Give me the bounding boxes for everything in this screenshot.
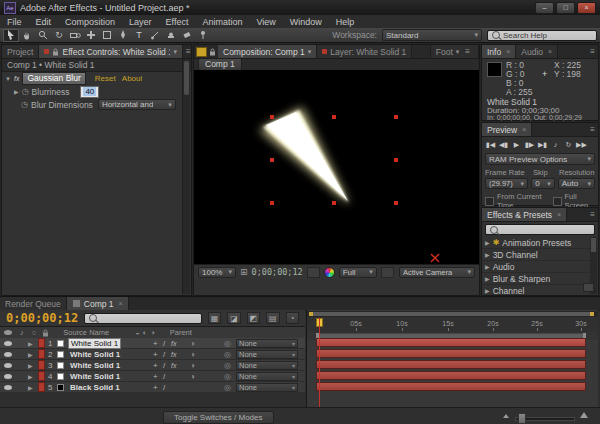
blend-switch-icon[interactable]: ◑ [190, 360, 195, 370]
menu-file[interactable]: File [0, 17, 29, 27]
effect-header-row[interactable]: ▼ fx Gaussian Blur Reset About... [2, 72, 191, 85]
tab-layer[interactable]: Layer: White Solid 1 [317, 45, 412, 58]
current-time-indicator-line[interactable] [319, 318, 320, 407]
layer-row-3[interactable]: ▶ 3 White Solid 1 + / fx ◑ ◎ None▾ [0, 360, 305, 371]
loop-button[interactable]: ↻ [563, 139, 574, 150]
close-button[interactable]: × [577, 2, 596, 14]
region-of-interest-icon[interactable] [381, 267, 394, 278]
twirl-closed-icon[interactable]: ▶ [485, 275, 490, 282]
layer-name[interactable]: White Solid 1 [70, 361, 120, 370]
mini-flowchart-icon[interactable]: ▦ [208, 312, 221, 324]
parent-dropdown[interactable]: None▾ [236, 350, 298, 359]
zoom-out-icon[interactable] [503, 414, 509, 418]
twirl-closed-icon[interactable]: ▶ [28, 349, 33, 359]
safe-margins-icon[interactable]: ⊞ [240, 267, 248, 277]
layer-bar-2[interactable] [316, 349, 586, 358]
draft-3d-icon[interactable]: ◪ [227, 312, 240, 324]
layer-bar-1[interactable] [316, 338, 586, 347]
resolution-dropdown[interactable]: Full▾ [339, 267, 377, 278]
ram-preview-options-dropdown[interactable]: RAM Preview Options▾ [485, 153, 595, 165]
hand-tool-icon[interactable] [19, 29, 35, 42]
scrollbar-thumb[interactable] [591, 238, 596, 252]
viewer-timecode[interactable]: 0;00;00;12 [252, 267, 303, 277]
scrollbar-thumb[interactable] [184, 61, 189, 95]
hide-shy-icon[interactable]: ◩ [247, 312, 260, 324]
navigator-bar[interactable] [309, 312, 594, 316]
next-frame-button[interactable]: ▮▶ [524, 139, 535, 150]
zoom-tool-icon[interactable] [35, 29, 51, 42]
eye-icon[interactable] [4, 374, 12, 379]
timeline-search-field[interactable] [84, 313, 201, 324]
anchor-point-marker[interactable] [431, 254, 439, 262]
twirl-closed-icon[interactable]: ▶ [28, 338, 33, 348]
parent-header[interactable]: Parent [170, 328, 192, 337]
camera-tool-icon[interactable] [67, 29, 83, 42]
folder-icon[interactable] [196, 47, 207, 57]
pickwhip-icon[interactable]: ◎ [224, 360, 231, 370]
layer-row-2[interactable]: ▶ 2 White Solid 1 + / fx ◑ ◎ None▾ [0, 349, 305, 360]
fx-switch-icon[interactable]: fx [171, 349, 176, 359]
mode-plus-icon[interactable]: + [153, 371, 158, 381]
from-current-time-checkbox[interactable] [485, 197, 494, 206]
twirl-closed-icon[interactable]: ▶ [485, 263, 490, 270]
twirl-closed-icon[interactable]: ▶ [485, 287, 490, 294]
blend-switch-icon[interactable]: ◑ [190, 349, 195, 359]
pen-tool-icon[interactable] [115, 29, 131, 42]
audio-button[interactable]: ♪ [550, 139, 561, 150]
panel-menu-icon[interactable]: ≡ [587, 47, 598, 56]
video-column-icon[interactable] [4, 330, 12, 335]
label-color-chip[interactable] [38, 338, 45, 348]
brush-tool-icon[interactable] [147, 29, 163, 42]
tab-footage[interactable]: Foot ▾ ≡ [430, 45, 479, 58]
rotate-tool-icon[interactable]: ↻ [51, 29, 67, 42]
blend-switch-icon[interactable]: ◑ [190, 371, 195, 381]
current-timecode[interactable]: 0;00;00;12 [6, 311, 78, 325]
skip-dropdown[interactable]: 0▾ [531, 178, 555, 189]
minimize-button[interactable]: – [535, 2, 554, 14]
mode-plus-icon[interactable]: + [153, 360, 158, 370]
tab-effects-presets[interactable]: Effects & Presets× [482, 208, 567, 221]
layer-bar-5[interactable] [316, 382, 586, 391]
pickwhip-icon[interactable]: ◎ [224, 371, 231, 381]
selection-tool-icon[interactable] [3, 29, 19, 42]
zoom-in-icon[interactable] [580, 412, 588, 418]
view-layout-dropdown[interactable]: Active Camera▾ [399, 267, 475, 278]
layer-name[interactable]: White Solid 1 [70, 350, 120, 359]
previous-frame-button[interactable]: ◀▮ [498, 139, 509, 150]
blurriness-value-field[interactable]: 40 [80, 86, 99, 98]
panel-menu-icon[interactable]: ≡ [587, 210, 598, 219]
eye-icon[interactable] [4, 352, 12, 357]
fx-switch-icon[interactable]: fx [171, 338, 176, 348]
eraser-tool-icon[interactable] [179, 29, 195, 42]
resolution-preview-dropdown[interactable]: Auto▾ [558, 178, 595, 189]
close-icon[interactable]: × [548, 48, 552, 55]
parent-dropdown[interactable]: None▾ [236, 383, 298, 392]
tab-project[interactable]: Project [2, 45, 39, 58]
stopwatch-icon[interactable]: ◷ [22, 87, 29, 96]
menu-view[interactable]: View [249, 17, 282, 27]
pan-behind-tool-icon[interactable] [83, 29, 99, 42]
lock-column-icon[interactable] [42, 329, 49, 337]
tab-info[interactable]: Info× [482, 45, 516, 58]
quality-icon[interactable]: / [163, 371, 165, 381]
mode-plus-icon[interactable]: + [153, 349, 158, 359]
category-audio[interactable]: ▶Audio [482, 261, 598, 273]
category-3d-channel[interactable]: ▶3D Channel [482, 249, 598, 261]
switches-header-icons[interactable]: ◒◐◑ [135, 328, 158, 337]
audio-column-icon[interactable]: ♪ [20, 328, 24, 337]
layer-row-5[interactable]: ▶ 5 Black Solid 1 + / ◎ None▾ [0, 382, 305, 393]
eye-icon[interactable] [4, 385, 12, 390]
fx-switch-icon[interactable]: fx [171, 360, 176, 370]
eye-icon[interactable] [4, 363, 12, 368]
twirl-open-icon[interactable]: ▼ [5, 76, 11, 82]
mask-shape-tool-icon[interactable] [99, 29, 115, 42]
layer-name[interactable]: Black Solid 1 [70, 383, 120, 392]
comp-canvas[interactable] [194, 70, 479, 264]
effect-name[interactable]: Gaussian Blur [22, 72, 85, 85]
puppet-pin-tool-icon[interactable] [195, 29, 211, 42]
tab-render-queue[interactable]: Render Queue [0, 297, 67, 310]
about-link[interactable]: About... [122, 74, 142, 83]
menu-window[interactable]: Window [283, 17, 329, 27]
layer-row-4[interactable]: ▶ 4 White Solid 1 + / ◑ ◎ None▾ [0, 371, 305, 382]
menu-effect[interactable]: Effect [159, 17, 196, 27]
